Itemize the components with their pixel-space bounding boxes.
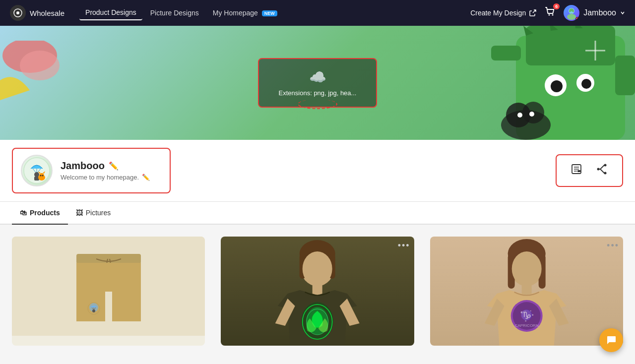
profile-avatar-image <box>23 157 51 184</box>
svg-rect-11 <box>491 46 521 61</box>
tab-pictures[interactable]: 🖼 Pictures <box>68 202 119 225</box>
upload-cloud-icon: ☁️ <box>309 69 326 85</box>
product-card-dark-tshirt: ••• <box>221 237 414 346</box>
logo-text: Wholesale <box>30 9 64 17</box>
profile-username: Jambooo <box>61 160 105 172</box>
svg-rect-45 <box>112 292 141 321</box>
products-tab-label: Products <box>30 209 60 217</box>
login-icon <box>529 9 537 17</box>
chat-button[interactable] <box>599 328 623 352</box>
svg-rect-38 <box>577 170 580 172</box>
svg-text:♑: ♑ <box>520 309 533 321</box>
product-menu-dots-1[interactable]: ••• <box>398 241 410 251</box>
nav-link-product-designs[interactable]: Product Designs <box>79 5 142 20</box>
create-my-design-button[interactable]: Create My Design <box>470 9 537 17</box>
user-notification-dot <box>575 17 579 21</box>
report-button[interactable] <box>567 161 586 180</box>
svg-point-2 <box>549 14 550 15</box>
svg-point-57 <box>303 251 332 286</box>
hero-right-decoration <box>476 26 635 140</box>
pictures-tab-label: Pictures <box>86 209 111 217</box>
dark-tshirt-svg <box>221 237 414 346</box>
tan-tshirt-svg: ♑ CAPRICORN <box>430 237 623 346</box>
pictures-tab-icon: 🖼 <box>76 209 83 217</box>
cart-count: 6 <box>553 3 560 9</box>
user-menu[interactable]: Jambooo <box>564 5 625 21</box>
product-card-shorts <box>12 237 205 346</box>
svg-point-67 <box>511 251 541 286</box>
tan-tshirt-image: ♑ CAPRICORN <box>430 237 623 346</box>
hero-left-svg <box>0 41 99 140</box>
share-icon <box>596 163 608 175</box>
svg-point-33 <box>42 175 44 177</box>
profile-card: Jambooo ✏️ Welcome to my homepage. ✏️ <box>12 148 171 193</box>
profile-name-row: Jambooo ✏️ <box>61 160 162 172</box>
svg-point-22 <box>517 113 522 118</box>
svg-point-23 <box>529 112 534 117</box>
edit-bio-icon[interactable]: ✏️ <box>142 174 150 181</box>
report-icon <box>571 163 582 175</box>
new-badge: NEW <box>262 10 277 16</box>
edit-name-icon[interactable]: ✏️ <box>109 161 119 171</box>
product-card-tan-tshirt: ••• <box>430 237 623 346</box>
svg-point-1 <box>16 11 19 14</box>
svg-rect-43 <box>76 263 141 293</box>
hero-banner: ☁️ Extensions: png, jpg, hea... <box>0 26 635 140</box>
products-section: ••• <box>0 225 635 358</box>
chevron-down-icon <box>620 10 625 15</box>
dark-tshirt-image <box>221 237 414 346</box>
tab-products[interactable]: 🛍 Products <box>12 202 68 225</box>
hugepod-logo-icon <box>10 5 26 21</box>
user-name: Jambooo <box>583 8 616 17</box>
svg-point-39 <box>604 164 607 167</box>
svg-point-5 <box>567 14 576 20</box>
profile-info: Jambooo ✏️ Welcome to my homepage. ✏️ <box>61 160 162 181</box>
share-button[interactable] <box>592 161 612 180</box>
hero-left-decoration <box>0 41 99 140</box>
cart-button[interactable]: 6 <box>545 6 556 20</box>
svg-point-16 <box>581 79 591 89</box>
svg-point-52 <box>92 309 95 312</box>
products-tab-icon: 🛍 <box>20 209 27 217</box>
profile-actions-panel <box>556 154 623 187</box>
nav-link-my-homepage[interactable]: My Homepage NEW <box>207 6 283 20</box>
profile-avatar <box>21 155 53 186</box>
profile-bio-row: Welcome to my homepage. ✏️ <box>61 174 162 181</box>
shorts-product-image <box>12 237 205 336</box>
svg-point-15 <box>551 80 563 92</box>
hero-right-svg <box>476 26 635 140</box>
tabs-bar: 🛍 Products 🖼 Pictures <box>0 202 635 225</box>
profile-bio-text: Welcome to my homepage. <box>61 174 139 181</box>
svg-point-8 <box>20 51 60 80</box>
upload-dashed-circle <box>298 99 337 109</box>
user-avatar <box>564 5 579 21</box>
product-menu-dots-2[interactable]: ••• <box>607 241 619 251</box>
svg-rect-42 <box>76 254 141 264</box>
svg-point-28 <box>34 172 39 177</box>
svg-point-32 <box>40 175 42 177</box>
svg-point-41 <box>597 168 600 171</box>
svg-point-3 <box>552 14 554 15</box>
nav-right: Create My Design 6 <box>470 5 625 21</box>
shorts-svg <box>69 244 148 328</box>
upload-overlay[interactable]: ☁️ Extensions: png, jpg, hea... <box>258 58 377 108</box>
profile-section: Jambooo ✏️ Welcome to my homepage. ✏️ <box>0 140 635 202</box>
chat-icon <box>606 335 617 346</box>
nav-links: Product Designs Picture Designs My Homep… <box>79 5 470 20</box>
svg-rect-12 <box>615 56 635 95</box>
upload-text: Extensions: png, jpg, hea... <box>279 89 357 97</box>
svg-text:CAPRICORN: CAPRICORN <box>514 323 538 328</box>
navbar: Wholesale Product Designs Picture Design… <box>0 0 635 26</box>
nav-link-picture-designs[interactable]: Picture Designs <box>144 6 205 20</box>
nav-logo[interactable]: Wholesale <box>10 5 64 21</box>
svg-point-40 <box>604 172 607 175</box>
svg-rect-46 <box>105 292 112 306</box>
svg-rect-10 <box>526 26 615 65</box>
